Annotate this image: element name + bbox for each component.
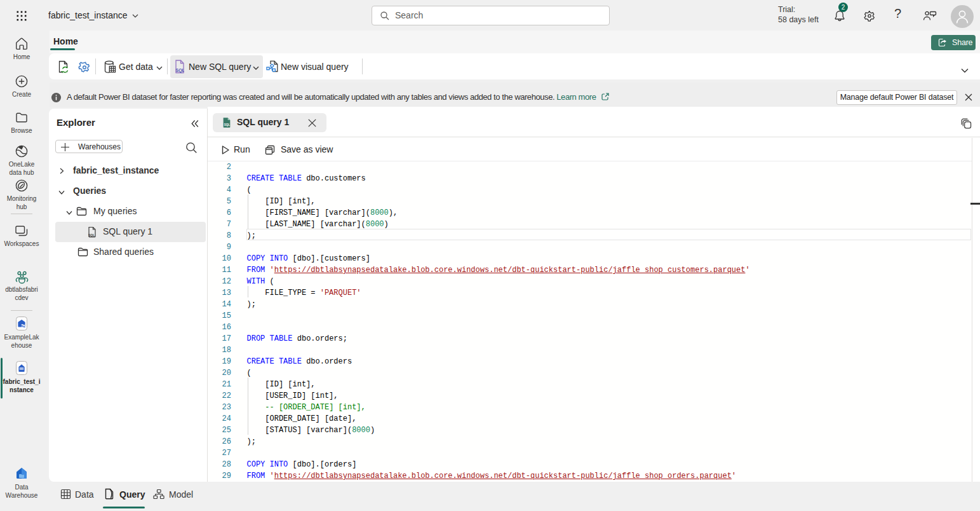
svg-text:SQL: SQL [176, 68, 185, 73]
svg-text:SQL: SQL [224, 123, 231, 126]
svg-text:SQL: SQL [88, 233, 95, 237]
